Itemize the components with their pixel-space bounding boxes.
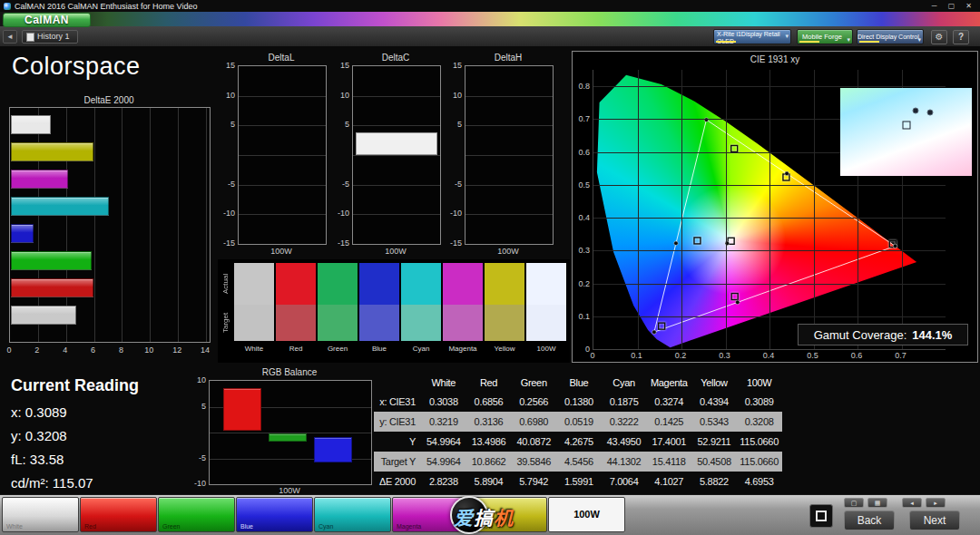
swatch-target-cyan [401,305,441,341]
pattern-button-label: Magenta [397,523,421,530]
table-cell: 5.8904 [466,476,512,487]
column-header-red: Red [466,377,512,388]
deltae-bar-white [11,115,51,134]
display-window-button[interactable] [809,504,833,528]
swatch-column-label: Red [276,345,316,353]
table-header-row: WhiteRedGreenBlueCyanMagentaYellow100W [374,374,782,392]
column-header-yellow: Yellow [691,377,737,388]
watermark-character: 爱 [454,508,474,529]
y-axis-tick-label: -10 [185,479,206,488]
pattern-button-green[interactable]: Green [158,497,235,532]
whitepoint-zoom-inset [840,88,972,176]
reading-x: x: 0.3089 [11,404,139,420]
pattern-button-red[interactable]: Red [80,497,157,532]
table-cell: 0.1380 [556,396,602,407]
settings-gear-button[interactable] [931,30,947,44]
x-axis-label: 100W [238,247,325,256]
window-title: CalMAN 2016 CalMAN Enthusiast for Home V… [15,2,197,11]
table-cell: 0.3208 [737,416,782,427]
grid-line [593,185,946,186]
chart-plot-area [465,65,554,245]
measured-point-dot [652,330,657,335]
titlebar: CalMAN 2016 CalMAN Enthusiast for Home V… [0,0,980,12]
measured-point-dot [735,300,740,305]
table-cell: 15.4118 [646,456,691,467]
grid-line [239,214,326,215]
meter-mode: OLED [714,38,790,44]
table-row: x: CIE310.30380.68560.25660.13800.18750.… [374,392,782,412]
maximize-button[interactable]: ▢ [944,0,959,12]
minimize-button[interactable]: ─ [926,0,942,12]
table-cell: 13.4986 [466,436,512,447]
table-cell: 115.0660 [737,436,782,447]
swatch-target-white [234,305,274,341]
pattern-button-blue[interactable]: Blue [236,497,313,532]
target-square-marker [694,238,701,244]
thumbnails-icon-button[interactable]: ▦ [867,498,887,508]
target-square-marker [731,294,738,300]
deltae-bar-cyan [11,197,109,216]
y-axis-tick-label: 15 [218,61,235,70]
display-control-button[interactable]: Direct Display Control [857,29,924,44]
source-select-button[interactable]: Mobile Forge [797,29,853,44]
grid-line [466,214,553,215]
table-cell: 0.5343 [691,416,737,427]
table-cell: 0.3222 [602,416,647,427]
table-cell: 54.9964 [421,436,466,447]
column-header-100w: 100W [737,377,782,388]
back-button[interactable]: Back [844,511,895,530]
y-axis-tick-label: -5 [218,180,235,189]
pattern-button-cyan[interactable]: Cyan [314,497,391,532]
rgb-bar-blue [314,437,352,463]
y-axis-tick-label: -15 [332,238,349,248]
y-axis-tick-label: 0.2 [573,279,590,288]
grid-line [150,108,151,342]
grid-line [466,185,553,186]
pattern-button-label: Red [84,523,96,530]
history-tab[interactable]: History 1 [22,30,78,44]
swatch-column-label: Yellow [485,345,524,353]
meter-select-button[interactable]: X-Rite i1Display Retail OLED [713,29,791,44]
table-cell: 43.4950 [602,436,647,447]
x-axis-tick-label: 0 [590,351,594,360]
table-cell: 5.7942 [511,476,556,487]
pattern-button-label: Green [162,523,180,530]
deltae-2000-chart: DeltaE 2000 02468101214 [0,95,218,360]
swatch-target-100w [526,305,566,341]
target-row-label: Target [220,305,230,341]
help-button[interactable] [953,30,969,44]
inset-target-square [902,121,910,129]
pattern-button-label: White [6,523,23,530]
swatch-actual-blue [359,263,399,305]
history-tab-label: History 1 [37,31,70,43]
color-swatch-compare-panel: ActualTargetWhiteRedGreenBlueCyanMagenta… [218,259,570,363]
grid-line [122,108,122,342]
table-cell: 0.3136 [466,416,512,427]
bottom-pattern-bar: WhiteRedGreenBlueCyanMagentaYellow100W 爱… [0,494,980,535]
y-axis-tick-label: 10 [185,375,206,384]
next-button[interactable]: Next [909,511,960,530]
y-axis-tick-label: -5 [332,180,349,189]
grid-line [353,214,440,215]
x-axis-tick-label: 0.3 [719,351,730,360]
prev-page-icon-button[interactable]: ◂ [902,498,922,508]
table-cell: 10.8662 [466,456,512,467]
grid-line [353,96,440,97]
pattern-button-white[interactable]: White [2,497,79,532]
close-button[interactable]: ✕ [961,0,976,12]
watermark-character: 搞 [474,508,494,529]
next-page-icon-button[interactable]: ▸ [926,498,946,508]
history-back-arrow-button[interactable] [3,30,17,44]
rainbow-banner [0,12,980,26]
y-axis-tick-label: -10 [218,209,235,218]
y-axis-tick-label: -5 [185,453,206,462]
table-cell: 0.4394 [691,396,737,407]
grid-line [353,125,440,126]
y-axis-tick-label: 0.8 [573,82,590,91]
y-axis-tick-label: -5 [445,180,462,189]
chart-title: DeltaH [465,53,552,63]
table-row: y: CIE310.32190.31360.69800.05190.32220.… [374,412,782,432]
swatch-target-magenta [443,305,483,341]
swatch-actual-cyan [401,263,441,305]
monitor-icon-button[interactable]: ▢ [844,498,864,508]
